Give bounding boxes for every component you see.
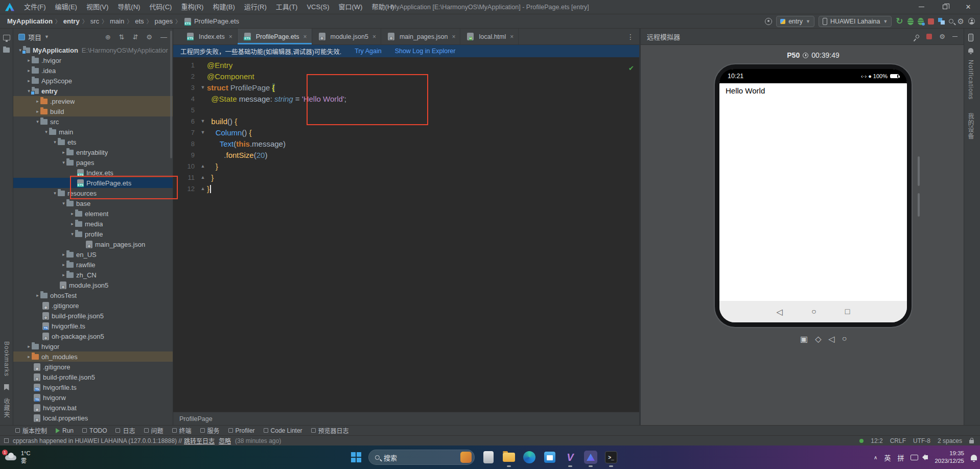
stop-button[interactable]	[928, 18, 934, 25]
tree-row-build-profile.json5[interactable]: ⚙build-profile.json5	[13, 372, 173, 382]
tree-row-entryability[interactable]: ▸entryability	[13, 147, 173, 157]
profile-button[interactable]	[918, 18, 924, 25]
taskbar-deveco-studio[interactable]	[584, 451, 597, 464]
toolwindow-Code Linter[interactable]: Code Linter	[264, 427, 302, 434]
taskbar-widgets-app[interactable]	[482, 451, 495, 464]
menu-窗口(W)[interactable]: 窗口(W)	[334, 0, 367, 14]
tree-row-media[interactable]: ▸media	[13, 219, 173, 229]
menu-VCS(S)[interactable]: VCS(S)	[302, 0, 334, 14]
toolwindow-TODO[interactable]: TODO	[82, 427, 107, 434]
breadcrumb-item[interactable]: ets	[135, 17, 144, 25]
file-encoding[interactable]: UTF-8	[913, 437, 930, 444]
tree-row-hvigorw.bat[interactable]: ⊘hvigorw.bat	[13, 403, 173, 413]
inspection-ok-icon[interactable]: ✔	[628, 64, 634, 72]
code-line-3[interactable]: 3▼struct ProfilePage {	[173, 82, 639, 93]
collapse-all-icon[interactable]: ⇵	[130, 34, 141, 40]
ime-language-en[interactable]: 英	[884, 453, 891, 462]
close-tab-icon[interactable]: ×	[372, 33, 376, 40]
speaker-icon[interactable]	[925, 455, 928, 459]
emu-home-icon[interactable]: ○	[842, 334, 847, 344]
phone-screen[interactable]: 10:21 ‹·› ● 100% Hello World ◁ ○ □	[715, 64, 912, 327]
tree-row-src[interactable]: ▾src	[13, 116, 173, 127]
favorites-stripe-button[interactable]: 收藏夹	[2, 398, 11, 418]
readonly-lock-icon[interactable]	[969, 440, 974, 443]
panel-settings-icon[interactable]: ⚙	[144, 34, 155, 40]
taskbar-microsoft-store[interactable]	[543, 451, 556, 464]
tree-row-zh_CN[interactable]: ▸zh_CN	[13, 270, 173, 280]
tree-row-hvigor[interactable]: ▸hvigor	[13, 341, 173, 351]
menu-视图(V)[interactable]: 视图(V)	[82, 0, 113, 14]
tree-row-pages[interactable]: ▾pages	[13, 157, 173, 168]
tree-row-AppScope[interactable]: ▸AppScope	[13, 76, 173, 86]
menu-重构(R)[interactable]: 重构(R)	[176, 0, 208, 14]
menu-文件(F)[interactable]: 文件(F)	[19, 0, 51, 14]
ignore-link[interactable]: 忽略	[219, 436, 231, 445]
search-everywhere-button[interactable]	[949, 19, 953, 24]
taskbar-edge-browser[interactable]	[523, 451, 536, 464]
code-line-4[interactable]: 4 @State message: string = 'Hello World'…	[173, 93, 639, 104]
rotate-icon[interactable]: ◇	[815, 334, 821, 344]
tab-local.html[interactable]: Hlocal.html×	[460, 29, 519, 44]
taskbar-clock[interactable]: 19:35 2023/12/25	[935, 450, 964, 465]
taskbar-search[interactable]: 搜索	[368, 450, 475, 465]
show-log-link[interactable]: Show Log in Explorer	[395, 48, 456, 55]
nav-recents-icon[interactable]: □	[845, 307, 850, 316]
tree-row-.idea[interactable]: ▸.idea	[13, 65, 173, 76]
toolwindow-预览器日志[interactable]: 预览器日志	[311, 426, 349, 435]
toolwindow-终端[interactable]: 终端	[172, 426, 192, 435]
code-line-5[interactable]: 5	[173, 104, 639, 115]
account-button[interactable]	[968, 18, 975, 25]
notifications-icon[interactable]	[968, 48, 973, 53]
toolwindow-Run[interactable]: Run	[56, 427, 74, 434]
tree-row-MyApplication[interactable]: ▾MyApplicationE:\HarmonyOS\MyApplicatior	[13, 45, 173, 55]
stop-emulator-icon[interactable]	[926, 34, 932, 39]
project-tool-icon[interactable]	[3, 35, 10, 40]
pin-icon[interactable]	[915, 34, 920, 39]
tab-ProfilePage.ets[interactable]: ETSProfilePage.ets×	[238, 29, 312, 44]
menu-导航(N)[interactable]: 导航(N)	[113, 0, 145, 14]
breadcrumb-item[interactable]: MyApplication	[7, 17, 53, 25]
my-devices-stripe-button[interactable]: 我的设备	[966, 113, 975, 139]
tree-row-module.json5[interactable]: ⚙module.json5	[13, 280, 173, 290]
close-tab-icon[interactable]: ×	[510, 33, 514, 40]
tree-row-entry[interactable]: ▾entry	[13, 86, 173, 96]
code-line-9[interactable]: 9 .fontSize(20)	[173, 149, 639, 160]
menu-代码(C)[interactable]: 代码(C)	[145, 0, 176, 14]
menu-构建(B)[interactable]: 构建(B)	[208, 0, 239, 14]
tree-row-en_US[interactable]: ▸en_US	[13, 249, 173, 260]
tree-row-.gitignore[interactable]: ⊘.gitignore	[13, 362, 173, 372]
hide-emulator-icon[interactable]	[952, 36, 958, 37]
toolwindow-Profiler[interactable]: Profiler	[228, 427, 255, 434]
tree-row-.hvigor[interactable]: ▸.hvigor	[13, 55, 173, 65]
debug-button[interactable]	[907, 18, 914, 25]
menu-编辑(E)[interactable]: 编辑(E)	[51, 0, 82, 14]
code-editor[interactable]: ✔ 1@Entry2@Component3▼struct ProfilePage…	[173, 57, 639, 412]
breadcrumb-item[interactable]: pages	[155, 17, 173, 25]
tree-row-ets[interactable]: ▾ets	[13, 137, 173, 147]
tab-module.json5[interactable]: ⚙module.json5×	[312, 29, 381, 44]
tree-row-.gitignore[interactable]: ⊘.gitignore	[13, 300, 173, 311]
taskbar-weather-widget[interactable]: 1 1°C 雾	[4, 450, 30, 464]
tree-row-profile[interactable]: ▾profile	[13, 229, 173, 239]
close-tab-icon[interactable]: ×	[452, 33, 455, 40]
tree-row-hvigorfile.ts[interactable]: TShvigorfile.ts	[13, 321, 173, 331]
tree-row-.preview[interactable]: ▸.preview	[13, 96, 173, 106]
run-button[interactable]: ↻	[896, 17, 903, 26]
device-selector[interactable]: HUAWEI Lahaina ▼	[819, 16, 892, 27]
tab-main_pages.json[interactable]: ⚙main_pages.json×	[381, 29, 461, 44]
close-button[interactable]: ✕	[956, 0, 980, 14]
tree-row-oh_modules[interactable]: ▸oh_modules	[13, 351, 173, 362]
code-line-7[interactable]: 7▼ Column() {	[173, 127, 639, 138]
tree-row-Index.ets[interactable]: ETSIndex.ets	[13, 168, 173, 178]
locate-file-icon[interactable]: ⊕	[103, 34, 113, 40]
code-line-8[interactable]: 8 Text(this.message)	[173, 138, 639, 149]
nav-back-icon[interactable]: ◁	[777, 307, 783, 317]
try-again-link[interactable]: Try Again	[355, 48, 381, 55]
caret-position[interactable]: 12:2	[871, 437, 882, 444]
toolwindow-日志[interactable]: 日志	[115, 426, 135, 435]
attach-debugger-icon[interactable]	[765, 18, 772, 25]
close-tab-icon[interactable]: ×	[304, 33, 307, 40]
start-button[interactable]	[351, 452, 361, 462]
emulator-stripe-icon[interactable]	[968, 34, 973, 41]
code-line-1[interactable]: 1@Entry	[173, 59, 639, 71]
